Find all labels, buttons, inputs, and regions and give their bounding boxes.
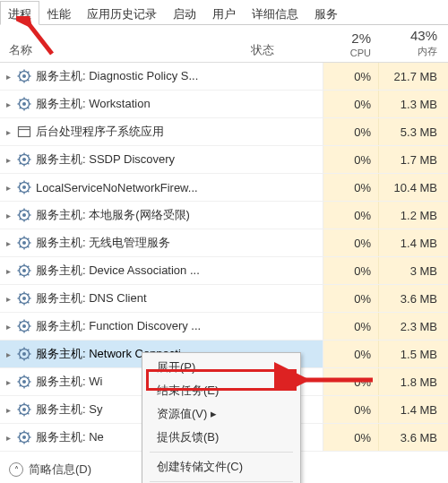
gear-icon — [16, 429, 32, 445]
menu-item[interactable]: 创建转储文件(C) — [144, 455, 298, 479]
gear-icon — [16, 179, 32, 195]
table-row[interactable]: ▸服务主机: Device Association ...0%3 MB — [0, 257, 448, 285]
col-header-memory[interactable]: 43% 内存 — [378, 28, 448, 58]
svg-line-52 — [28, 211, 30, 212]
process-cpu: 0% — [323, 285, 378, 312]
svg-line-69 — [20, 266, 22, 268]
gear-icon — [16, 374, 32, 390]
expand-icon[interactable]: ▸ — [0, 99, 13, 109]
svg-line-39 — [20, 183, 22, 185]
expand-icon[interactable]: ▸ — [0, 72, 13, 82]
cpu-percent: 2% — [351, 30, 371, 46]
tab-2[interactable]: 应用历史记录 — [79, 1, 165, 25]
svg-line-101 — [20, 358, 22, 359]
svg-point-64 — [22, 269, 26, 272]
svg-line-32 — [28, 155, 30, 157]
svg-line-79 — [20, 294, 22, 296]
svg-line-90 — [28, 330, 30, 332]
svg-line-91 — [20, 330, 22, 332]
menu-item[interactable]: 结束任务(E) — [144, 379, 298, 402]
svg-rect-21 — [19, 127, 30, 137]
tab-5[interactable]: 详细信息 — [244, 1, 306, 25]
svg-line-102 — [28, 349, 30, 351]
table-row[interactable]: ▸服务主机: Workstation0%1.3 MB — [0, 91, 448, 118]
expand-icon[interactable]: ▸ — [0, 266, 13, 276]
process-name: 后台处理程序子系统应用 — [36, 124, 251, 140]
tab-0[interactable]: 进程 — [0, 1, 39, 25]
expand-icon[interactable]: ▸ — [0, 433, 13, 443]
process-name: 服务主机: DNS Client — [36, 290, 251, 306]
expand-icon[interactable]: ▸ — [0, 211, 13, 220]
col-header-status[interactable]: 状态 — [251, 42, 323, 58]
process-cpu: 0% — [323, 257, 378, 284]
svg-line-70 — [28, 274, 30, 276]
table-row[interactable]: ▸LocalServiceNoNetworkFirew...0%10.4 MB — [0, 174, 448, 202]
svg-line-110 — [28, 385, 30, 387]
svg-line-121 — [20, 413, 22, 415]
process-name: LocalServiceNoNetworkFirew... — [36, 181, 251, 194]
svg-line-120 — [28, 413, 30, 415]
process-memory: 3 MB — [378, 257, 448, 284]
svg-point-24 — [22, 158, 26, 161]
svg-point-104 — [22, 380, 26, 384]
tab-1[interactable]: 性能 — [39, 1, 79, 25]
svg-line-100 — [28, 358, 30, 359]
tab-3[interactable]: 启动 — [165, 1, 204, 25]
process-memory: 1.4 MB — [378, 396, 448, 423]
details-toggle[interactable]: 简略信息(D) — [29, 461, 91, 478]
process-memory: 5.3 MB — [378, 118, 448, 145]
table-row[interactable]: ▸后台处理程序子系统应用0%5.3 MB — [0, 118, 448, 146]
expand-icon[interactable]: ▸ — [0, 155, 13, 165]
tab-bar: 进程性能应用历史记录启动用户详细信息服务 — [0, 0, 448, 25]
svg-line-31 — [20, 163, 22, 165]
tab-4[interactable]: 用户 — [204, 1, 244, 25]
chevron-up-icon[interactable]: ˄ — [9, 462, 23, 477]
table-row[interactable]: ▸服务主机: DNS Client0%3.6 MB — [0, 285, 448, 313]
process-memory: 21.7 MB — [378, 63, 448, 90]
expand-icon[interactable]: ▸ — [0, 377, 13, 387]
process-memory: 1.8 MB — [378, 368, 448, 395]
process-cpu: 0% — [323, 396, 378, 423]
svg-line-40 — [28, 191, 30, 193]
svg-line-82 — [28, 294, 30, 296]
col-header-name[interactable]: 名称 — [0, 42, 251, 58]
process-memory: 10.4 MB — [378, 174, 448, 201]
svg-line-129 — [20, 433, 22, 435]
expand-icon[interactable]: ▸ — [0, 127, 13, 137]
svg-line-18 — [28, 108, 30, 109]
process-cpu: 0% — [323, 424, 378, 451]
svg-line-92 — [28, 322, 30, 323]
process-name: 服务主机: Function Discovery ... — [36, 318, 251, 334]
menu-item[interactable]: 提供反馈(B) — [144, 426, 298, 449]
gear-icon — [16, 207, 32, 223]
table-row[interactable]: ▸服务主机: Diagnostic Policy S...0%21.7 MB — [0, 63, 448, 91]
process-memory: 1.7 MB — [378, 146, 448, 173]
table-row[interactable]: ▸服务主机: 本地服务(网络受限)0%1.2 MB — [0, 202, 448, 229]
svg-line-51 — [20, 219, 22, 220]
col-header-cpu[interactable]: 2% CPU — [323, 30, 378, 58]
svg-line-10 — [28, 72, 30, 73]
svg-line-49 — [20, 211, 22, 212]
expand-icon[interactable]: ▸ — [0, 294, 13, 304]
process-memory: 1.5 MB — [378, 341, 448, 367]
table-row[interactable]: ▸服务主机: Function Discovery ...0%2.3 MB — [0, 313, 448, 341]
menu-item[interactable]: 资源值(V) ▸ — [144, 402, 298, 426]
process-memory: 1.3 MB — [378, 91, 448, 117]
table-row[interactable]: ▸服务主机: SSDP Discovery0%1.7 MB — [0, 146, 448, 174]
menu-item[interactable]: 展开(P) — [144, 356, 298, 379]
gear-icon — [16, 263, 32, 279]
svg-line-59 — [20, 238, 22, 240]
expand-icon[interactable]: ▸ — [0, 349, 13, 359]
svg-line-81 — [20, 302, 22, 304]
expand-icon[interactable]: ▸ — [0, 238, 13, 248]
table-row[interactable]: ▸服务主机: 无线电管理服务0%1.4 MB — [0, 229, 448, 257]
tab-6[interactable]: 服务 — [306, 1, 346, 25]
expand-icon[interactable]: ▸ — [0, 322, 13, 332]
expand-icon[interactable]: ▸ — [0, 405, 13, 415]
process-memory: 3.6 MB — [378, 424, 448, 451]
svg-line-60 — [28, 246, 30, 248]
svg-line-130 — [28, 441, 30, 443]
svg-line-62 — [28, 238, 30, 240]
svg-line-122 — [28, 405, 30, 407]
expand-icon[interactable]: ▸ — [0, 183, 13, 193]
